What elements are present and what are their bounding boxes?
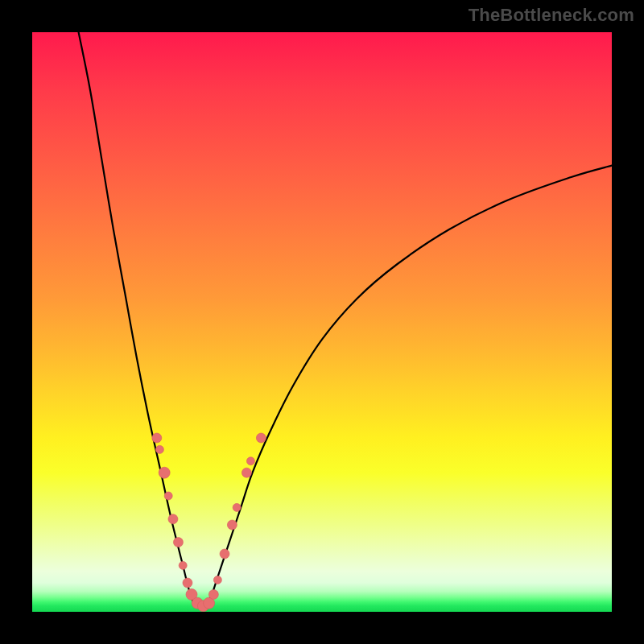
data-marker [242,468,251,477]
data-marker [179,561,187,569]
data-marker [173,538,183,547]
data-marker [164,492,172,500]
data-marker [227,520,237,530]
data-marker [213,576,221,584]
curve-right-curve [206,166,612,606]
chart-frame: TheBottleneck.com [0,0,644,644]
data-marker [220,549,229,559]
data-marker [159,467,170,478]
chart-plot-area [32,32,612,612]
attribution-text: TheBottleneck.com [469,5,634,26]
data-marker [168,514,178,524]
data-marker [233,503,241,511]
data-marker [183,578,192,588]
data-marker [152,433,162,443]
data-marker [155,445,163,453]
chart-svg [32,32,612,612]
data-marker [208,589,218,599]
data-marker [246,457,254,465]
data-marker [256,433,266,443]
